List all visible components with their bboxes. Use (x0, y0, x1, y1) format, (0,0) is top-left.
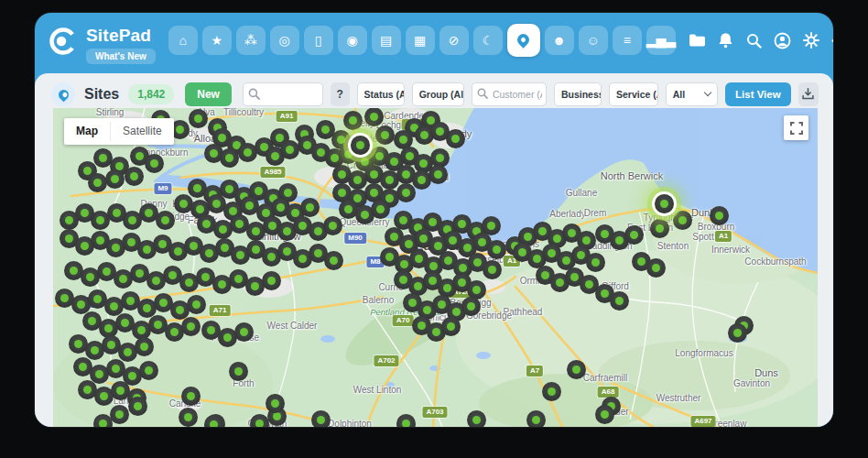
help-button[interactable]: ? (331, 82, 350, 106)
site-marker[interactable] (250, 414, 269, 428)
site-marker[interactable] (125, 167, 144, 186)
bell-button[interactable] (715, 29, 737, 51)
target-icon[interactable]: ◎ (270, 26, 299, 55)
account-button[interactable] (772, 29, 794, 51)
crescent-icon[interactable]: ☾ (473, 26, 503, 55)
home-icon[interactable]: ⌂ (168, 26, 198, 55)
site-marker[interactable] (429, 165, 448, 184)
main-nav: ⌂★⁂◎▯◉▤▦⊘☾☻☺≡▂▅▃ (168, 24, 676, 57)
people-icon[interactable]: ☻ (545, 26, 574, 55)
slash-circle-icon[interactable]: ⊘ (439, 26, 469, 55)
site-marker[interactable] (430, 122, 450, 141)
business-unit-filter-dropdown[interactable]: Business Ur (554, 82, 602, 106)
site-marker[interactable] (220, 148, 239, 168)
site-marker[interactable] (396, 414, 416, 428)
site-marker[interactable] (189, 109, 208, 128)
site-marker[interactable] (181, 387, 201, 406)
site-marker[interactable] (311, 410, 331, 428)
list-icon[interactable]: ≡ (613, 26, 642, 55)
site-marker[interactable] (145, 154, 164, 173)
site-marker[interactable] (262, 271, 281, 290)
person-icon[interactable]: ☺ (579, 26, 608, 55)
map-type-map[interactable]: Map (64, 118, 110, 145)
site-marker[interactable] (467, 410, 486, 428)
status-filter-dropdown[interactable]: Status (All, (357, 82, 405, 106)
logout-icon (831, 33, 833, 49)
site-marker-highlighted[interactable] (655, 194, 674, 213)
site-marker[interactable] (441, 317, 461, 336)
site-marker[interactable] (135, 337, 154, 356)
site-marker[interactable] (324, 251, 343, 270)
site-marker[interactable] (187, 295, 206, 314)
sitepad-logo-icon (48, 26, 79, 57)
group-filter-dropdown[interactable]: Group (All) (412, 82, 464, 106)
site-marker[interactable] (710, 206, 729, 225)
site-marker[interactable] (728, 323, 747, 343)
site-marker[interactable] (234, 322, 254, 342)
site-marker[interactable] (483, 260, 502, 279)
service-filter-dropdown[interactable]: Service (All) (609, 82, 658, 106)
site-marker[interactable] (610, 291, 629, 311)
site-marker[interactable] (646, 258, 666, 278)
site-marker[interactable] (300, 198, 320, 217)
site-marker[interactable] (364, 108, 384, 126)
site-marker[interactable] (526, 410, 546, 428)
site-marker[interactable] (105, 169, 125, 189)
map-pin-icon[interactable] (507, 24, 540, 57)
site-marker[interactable] (461, 297, 481, 316)
site-marker[interactable] (181, 317, 201, 336)
site-marker[interactable] (343, 111, 363, 130)
fullscreen-icon (790, 122, 803, 135)
site-marker[interactable] (542, 382, 561, 401)
map-canvas[interactable]: StirlingAlvaTillicoultryTullibodyAlloaBa… (53, 108, 818, 427)
folder-icon (689, 33, 706, 48)
site-marker[interactable] (586, 253, 605, 272)
door-icon[interactable]: ▯ (304, 26, 333, 55)
paw-icon[interactable]: ⁂ (236, 26, 266, 55)
folder-button[interactable] (687, 29, 709, 51)
site-marker[interactable] (60, 211, 79, 230)
site-marker[interactable] (110, 405, 129, 424)
search-button[interactable] (743, 29, 765, 51)
whats-new-badge[interactable]: What's New (86, 49, 156, 64)
site-marker[interactable] (371, 200, 390, 219)
site-marker[interactable] (266, 394, 285, 413)
list-view-button[interactable]: List View (725, 82, 791, 106)
group-filter-label: Group (All) (419, 89, 464, 100)
site-marker[interactable] (396, 183, 416, 202)
star-icon[interactable]: ★ (202, 26, 232, 55)
new-site-button[interactable]: New (185, 82, 232, 106)
site-marker[interactable] (280, 140, 299, 159)
site-marker[interactable] (624, 225, 644, 245)
site-marker[interactable] (88, 173, 107, 192)
site-marker[interactable] (323, 216, 342, 235)
ball-icon[interactable]: ◉ (338, 26, 367, 55)
site-marker[interactable] (139, 361, 158, 380)
site-marker[interactable] (487, 240, 506, 259)
download-button[interactable] (798, 82, 819, 106)
map-type-satellite[interactable]: Satellite (111, 118, 174, 145)
card-icon[interactable]: ▤ (372, 26, 401, 55)
search-icon (746, 33, 762, 49)
site-marker[interactable] (375, 125, 395, 145)
scope-filter-dropdown[interactable]: All (666, 82, 718, 106)
bar-chart-icon[interactable]: ▂▅▃ (646, 26, 676, 55)
site-marker[interactable] (179, 408, 198, 427)
fullscreen-button[interactable] (784, 115, 808, 140)
site-marker-highlighted[interactable] (351, 136, 370, 155)
site-marker[interactable] (156, 211, 175, 230)
site-marker[interactable] (567, 360, 586, 379)
site-marker[interactable] (107, 203, 126, 223)
site-marker[interactable] (229, 362, 248, 381)
logout-button[interactable] (829, 29, 833, 51)
grid-icon[interactable]: ▦ (406, 26, 435, 55)
site-marker[interactable] (128, 397, 147, 416)
service-filter-label: Service (All) (616, 89, 658, 100)
settings-button[interactable] (800, 29, 822, 51)
site-marker[interactable] (93, 414, 113, 428)
site-marker[interactable] (650, 219, 669, 238)
page-title: Sites (82, 86, 121, 103)
site-marker[interactable] (595, 405, 614, 424)
site-marker[interactable] (673, 211, 692, 230)
site-marker[interactable] (139, 203, 158, 223)
